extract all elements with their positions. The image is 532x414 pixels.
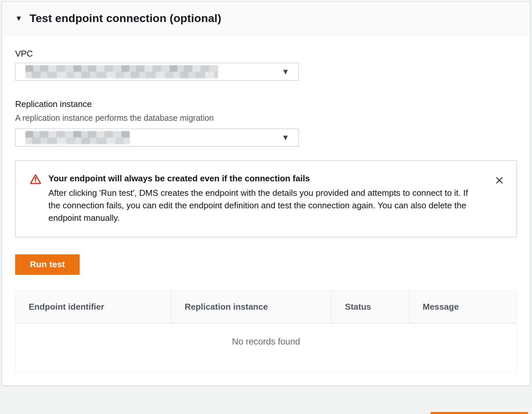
run-test-button[interactable]: Run test: [15, 254, 80, 275]
create-endpoint-button[interactable]: Create endpoint: [431, 412, 528, 414]
chevron-down-icon: ▼: [281, 68, 289, 76]
replication-instance-select[interactable]: ▼: [15, 129, 299, 146]
table-header-row: Endpoint identifier Replication instance…: [15, 290, 517, 323]
warning-triangle-icon: [30, 174, 41, 186]
alert-title: Your endpoint will always be created eve…: [48, 173, 482, 184]
chevron-down-icon: ▼: [281, 134, 289, 142]
endpoint-warning-alert: Your endpoint will always be created eve…: [15, 160, 517, 237]
table-empty-state: No records found: [15, 323, 517, 371]
test-endpoint-connection-panel: ▼ Test endpoint connection (optional) VP…: [2, 2, 530, 386]
section-header[interactable]: ▼ Test endpoint connection (optional): [2, 2, 530, 36]
collapse-triangle-icon[interactable]: ▼: [15, 15, 22, 22]
connection-test-results-table: Endpoint identifier Replication instance…: [15, 290, 517, 372]
column-header-replication-instance: Replication instance: [171, 290, 331, 323]
column-header-endpoint-identifier: Endpoint identifier: [15, 290, 171, 323]
form-footer: Cancel Create endpoint: [0, 386, 532, 414]
vpc-select[interactable]: ▼: [15, 63, 299, 81]
alert-body-text: After clicking 'Run test', DMS creates t…: [48, 187, 476, 224]
close-icon: [495, 176, 504, 185]
replication-instance-field-group: Replication instance A replication insta…: [15, 99, 517, 146]
column-header-message: Message: [409, 290, 517, 323]
replication-instance-label: Replication instance: [15, 99, 517, 109]
replication-instance-description: A replication instance performs the data…: [15, 113, 517, 123]
column-header-status: Status: [331, 290, 409, 323]
vpc-field-group: VPC ▼: [15, 49, 517, 81]
alert-content: Your endpoint will always be created eve…: [41, 173, 493, 224]
vpc-selected-value-redacted: [25, 65, 218, 78]
replication-instance-selected-value-redacted: [25, 131, 130, 144]
section-body: VPC ▼ Replication instance A replication…: [2, 36, 530, 385]
vpc-label: VPC: [15, 49, 517, 59]
alert-close-button[interactable]: [493, 174, 505, 187]
section-title: Test endpoint connection (optional): [30, 12, 221, 25]
